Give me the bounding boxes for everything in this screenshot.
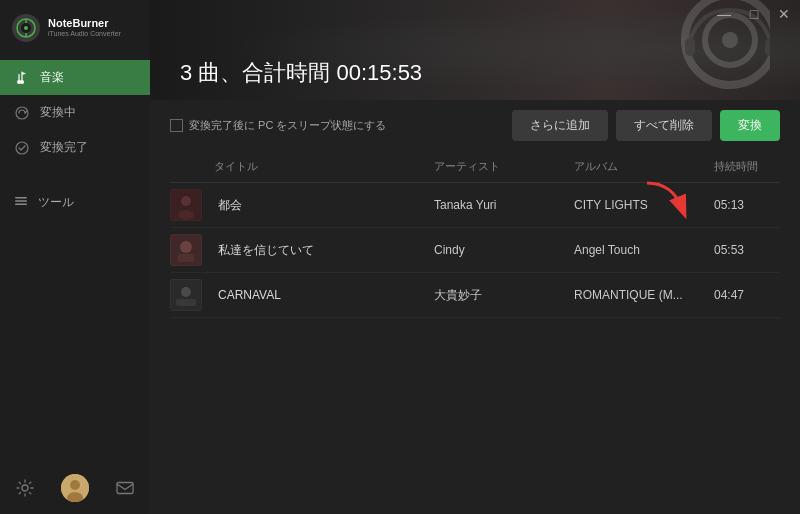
track-title-2: 私達を信じていて <box>210 242 430 259</box>
add-more-button[interactable]: さらに追加 <box>512 110 608 141</box>
svg-rect-28 <box>178 254 194 262</box>
svg-rect-9 <box>15 197 27 199</box>
svg-point-14 <box>70 480 80 490</box>
sidebar-item-converting[interactable]: 変換中 <box>0 95 150 130</box>
table-row[interactable]: CARNAVAL 大貴妙子 ROMANTIQUE (M... 04:47 <box>170 273 780 318</box>
svg-point-12 <box>22 485 28 491</box>
table-header: タイトル アーティスト アルバム 持続時間 <box>170 151 780 183</box>
settings-icon[interactable] <box>14 477 36 499</box>
toolbar: 変換完了後に PC をスリープ状態にする さらに追加 すべて削除 変換 <box>150 100 800 151</box>
sidebar-item-tools[interactable]: ツール <box>0 185 150 220</box>
svg-point-19 <box>722 32 738 48</box>
minimize-button[interactable]: — <box>714 4 734 24</box>
music-icon <box>14 70 30 86</box>
avatar[interactable] <box>61 474 89 502</box>
delete-all-button[interactable]: すべて削除 <box>616 110 712 141</box>
app-title: NoteBurner <box>48 17 121 30</box>
track-artist-3: 大貴妙子 <box>430 287 570 304</box>
svg-point-8 <box>16 142 28 154</box>
track-artist-2: Cindy <box>430 243 570 257</box>
svg-point-6 <box>17 80 21 84</box>
sidebar-item-music[interactable]: 音楽 <box>0 60 150 95</box>
track-duration-3: 04:47 <box>710 288 780 302</box>
table-row[interactable]: 私達を信じていて Cindy Angel Touch 05:53 <box>170 228 780 273</box>
svg-rect-16 <box>117 483 133 494</box>
svg-point-2 <box>24 26 28 30</box>
app-subtitle: iTunes Audio Converter <box>48 30 121 38</box>
sleep-checkbox[interactable] <box>170 119 183 132</box>
track-album-2: Angel Touch <box>570 243 710 257</box>
main-content: — □ ✕ 3 曲、合計時間 00:15:53 変換完了後 <box>150 0 800 514</box>
svg-point-7 <box>16 107 28 119</box>
sidebar: NoteBurner iTunes Audio Converter 音楽 <box>0 0 150 514</box>
email-icon[interactable] <box>114 477 136 499</box>
track-album-3: ROMANTIQUE (M... <box>570 288 710 302</box>
converted-icon <box>14 140 30 156</box>
sidebar-converting-label: 変換中 <box>40 104 76 121</box>
convert-button[interactable]: 変換 <box>720 110 780 141</box>
tools-icon <box>14 194 28 211</box>
track-artist-1: Tanaka Yuri <box>430 198 570 212</box>
track-thumbnail-1 <box>170 189 202 221</box>
svg-rect-21 <box>765 38 770 56</box>
sidebar-footer <box>0 462 150 514</box>
track-album-1: CITY LIGHTS <box>570 198 710 212</box>
svg-point-23 <box>181 196 191 206</box>
svg-point-27 <box>180 241 192 253</box>
svg-rect-20 <box>685 38 695 56</box>
col-thumb-header <box>170 159 210 174</box>
track-thumbnail-2 <box>170 234 202 266</box>
svg-rect-10 <box>15 200 27 202</box>
sidebar-item-converted[interactable]: 変換完了 <box>0 130 150 165</box>
titlebar: — □ ✕ <box>150 0 800 28</box>
svg-point-24 <box>178 210 194 220</box>
track-title-3: CARNAVAL <box>210 288 430 302</box>
col-duration-header: 持続時間 <box>710 159 780 174</box>
toolbar-left: 変換完了後に PC をスリープ状態にする <box>170 118 386 133</box>
converting-icon <box>14 105 30 121</box>
col-title-header: タイトル <box>210 159 430 174</box>
col-album-header: アルバム <box>570 159 710 174</box>
maximize-button[interactable]: □ <box>744 4 764 24</box>
svg-point-31 <box>181 287 191 297</box>
sidebar-nav: 音楽 変換中 変換完了 <box>0 60 150 462</box>
hero-title: 3 曲、合計時間 00:15:53 <box>180 58 422 88</box>
sidebar-music-label: 音楽 <box>40 69 64 86</box>
col-artist-header: アーティスト <box>430 159 570 174</box>
track-duration-1: 05:13 <box>710 198 780 212</box>
toolbar-buttons: さらに追加 すべて削除 変換 <box>512 110 780 141</box>
svg-rect-11 <box>15 204 27 206</box>
track-title-1: 都会 <box>210 197 430 214</box>
logo-text: NoteBurner iTunes Audio Converter <box>48 17 121 39</box>
sleep-checkbox-label[interactable]: 変換完了後に PC をスリープ状態にする <box>170 118 386 133</box>
sidebar-converted-label: 変換完了 <box>40 139 88 156</box>
svg-rect-32 <box>176 299 196 306</box>
sidebar-tools-label: ツール <box>38 194 74 211</box>
sleep-label-text: 変換完了後に PC をスリープ状態にする <box>189 118 386 133</box>
close-button[interactable]: ✕ <box>774 4 794 24</box>
logo-icon <box>12 14 40 42</box>
table-row[interactable]: 都会 Tanaka Yuri CITY LIGHTS 05:13 <box>170 183 780 228</box>
track-duration-2: 05:53 <box>710 243 780 257</box>
track-table: タイトル アーティスト アルバム 持続時間 都会 Tanaka Yuri CIT… <box>150 151 800 514</box>
track-thumbnail-3 <box>170 279 202 311</box>
app-logo: NoteBurner iTunes Audio Converter <box>0 0 150 52</box>
